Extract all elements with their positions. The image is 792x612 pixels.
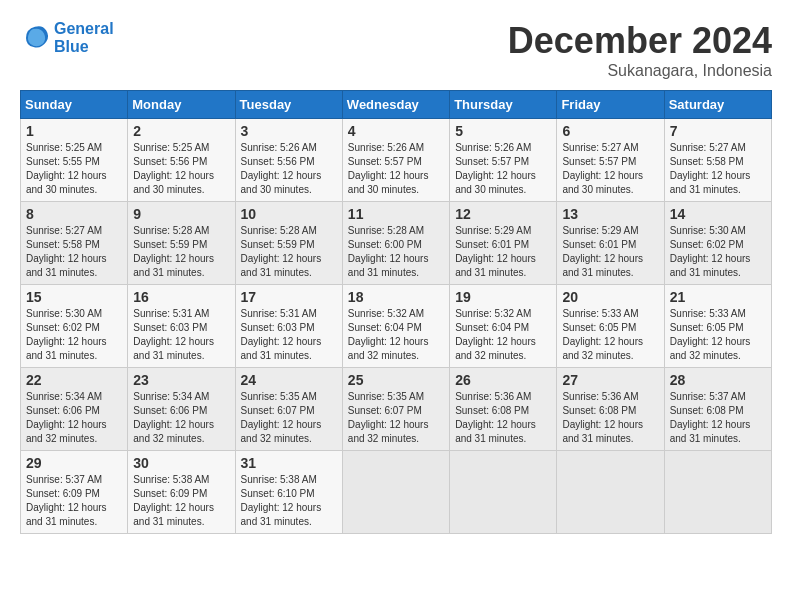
day-info: Sunrise: 5:33 AMSunset: 6:05 PMDaylight:… bbox=[670, 307, 766, 363]
calendar-cell: 24Sunrise: 5:35 AMSunset: 6:07 PMDayligh… bbox=[235, 368, 342, 451]
day-number: 11 bbox=[348, 206, 444, 222]
calendar-cell: 15Sunrise: 5:30 AMSunset: 6:02 PMDayligh… bbox=[21, 285, 128, 368]
calendar-cell: 3Sunrise: 5:26 AMSunset: 5:56 PMDaylight… bbox=[235, 119, 342, 202]
calendar-cell: 7Sunrise: 5:27 AMSunset: 5:58 PMDaylight… bbox=[664, 119, 771, 202]
day-number: 15 bbox=[26, 289, 122, 305]
day-info: Sunrise: 5:38 AMSunset: 6:10 PMDaylight:… bbox=[241, 473, 337, 529]
logo: General Blue bbox=[20, 20, 114, 55]
day-info: Sunrise: 5:38 AMSunset: 6:09 PMDaylight:… bbox=[133, 473, 229, 529]
calendar-cell: 8Sunrise: 5:27 AMSunset: 5:58 PMDaylight… bbox=[21, 202, 128, 285]
calendar-cell bbox=[557, 451, 664, 534]
day-number: 23 bbox=[133, 372, 229, 388]
calendar-cell bbox=[664, 451, 771, 534]
day-info: Sunrise: 5:27 AMSunset: 5:57 PMDaylight:… bbox=[562, 141, 658, 197]
day-number: 30 bbox=[133, 455, 229, 471]
day-number: 31 bbox=[241, 455, 337, 471]
day-number: 17 bbox=[241, 289, 337, 305]
week-row: 1Sunrise: 5:25 AMSunset: 5:55 PMDaylight… bbox=[21, 119, 772, 202]
logo-icon bbox=[20, 23, 50, 53]
day-number: 13 bbox=[562, 206, 658, 222]
week-row: 8Sunrise: 5:27 AMSunset: 5:58 PMDaylight… bbox=[21, 202, 772, 285]
calendar-cell: 9Sunrise: 5:28 AMSunset: 5:59 PMDaylight… bbox=[128, 202, 235, 285]
day-info: Sunrise: 5:29 AMSunset: 6:01 PMDaylight:… bbox=[455, 224, 551, 280]
calendar-cell: 4Sunrise: 5:26 AMSunset: 5:57 PMDaylight… bbox=[342, 119, 449, 202]
month-title: December 2024 bbox=[508, 20, 772, 62]
calendar-cell: 10Sunrise: 5:28 AMSunset: 5:59 PMDayligh… bbox=[235, 202, 342, 285]
day-number: 12 bbox=[455, 206, 551, 222]
calendar-cell: 13Sunrise: 5:29 AMSunset: 6:01 PMDayligh… bbox=[557, 202, 664, 285]
calendar-cell bbox=[450, 451, 557, 534]
calendar-table: SundayMondayTuesdayWednesdayThursdayFrid… bbox=[20, 90, 772, 534]
day-info: Sunrise: 5:33 AMSunset: 6:05 PMDaylight:… bbox=[562, 307, 658, 363]
day-info: Sunrise: 5:34 AMSunset: 6:06 PMDaylight:… bbox=[133, 390, 229, 446]
day-number: 4 bbox=[348, 123, 444, 139]
day-info: Sunrise: 5:37 AMSunset: 6:08 PMDaylight:… bbox=[670, 390, 766, 446]
calendar-cell: 11Sunrise: 5:28 AMSunset: 6:00 PMDayligh… bbox=[342, 202, 449, 285]
day-number: 5 bbox=[455, 123, 551, 139]
day-number: 20 bbox=[562, 289, 658, 305]
day-info: Sunrise: 5:36 AMSunset: 6:08 PMDaylight:… bbox=[455, 390, 551, 446]
col-header-friday: Friday bbox=[557, 91, 664, 119]
col-header-thursday: Thursday bbox=[450, 91, 557, 119]
day-number: 1 bbox=[26, 123, 122, 139]
calendar-cell: 5Sunrise: 5:26 AMSunset: 5:57 PMDaylight… bbox=[450, 119, 557, 202]
col-header-tuesday: Tuesday bbox=[235, 91, 342, 119]
day-info: Sunrise: 5:26 AMSunset: 5:57 PMDaylight:… bbox=[348, 141, 444, 197]
day-info: Sunrise: 5:30 AMSunset: 6:02 PMDaylight:… bbox=[26, 307, 122, 363]
logo-text: General Blue bbox=[54, 20, 114, 55]
calendar-cell: 16Sunrise: 5:31 AMSunset: 6:03 PMDayligh… bbox=[128, 285, 235, 368]
day-info: Sunrise: 5:27 AMSunset: 5:58 PMDaylight:… bbox=[26, 224, 122, 280]
calendar-cell: 20Sunrise: 5:33 AMSunset: 6:05 PMDayligh… bbox=[557, 285, 664, 368]
calendar-cell: 31Sunrise: 5:38 AMSunset: 6:10 PMDayligh… bbox=[235, 451, 342, 534]
calendar-cell: 14Sunrise: 5:30 AMSunset: 6:02 PMDayligh… bbox=[664, 202, 771, 285]
calendar-cell: 18Sunrise: 5:32 AMSunset: 6:04 PMDayligh… bbox=[342, 285, 449, 368]
calendar-cell: 17Sunrise: 5:31 AMSunset: 6:03 PMDayligh… bbox=[235, 285, 342, 368]
calendar-cell: 21Sunrise: 5:33 AMSunset: 6:05 PMDayligh… bbox=[664, 285, 771, 368]
day-info: Sunrise: 5:29 AMSunset: 6:01 PMDaylight:… bbox=[562, 224, 658, 280]
week-row: 29Sunrise: 5:37 AMSunset: 6:09 PMDayligh… bbox=[21, 451, 772, 534]
location-subtitle: Sukanagara, Indonesia bbox=[508, 62, 772, 80]
day-number: 7 bbox=[670, 123, 766, 139]
day-number: 28 bbox=[670, 372, 766, 388]
day-number: 18 bbox=[348, 289, 444, 305]
day-info: Sunrise: 5:34 AMSunset: 6:06 PMDaylight:… bbox=[26, 390, 122, 446]
col-header-saturday: Saturday bbox=[664, 91, 771, 119]
day-number: 27 bbox=[562, 372, 658, 388]
day-info: Sunrise: 5:26 AMSunset: 5:57 PMDaylight:… bbox=[455, 141, 551, 197]
calendar-cell: 25Sunrise: 5:35 AMSunset: 6:07 PMDayligh… bbox=[342, 368, 449, 451]
day-number: 19 bbox=[455, 289, 551, 305]
day-info: Sunrise: 5:28 AMSunset: 5:59 PMDaylight:… bbox=[241, 224, 337, 280]
day-info: Sunrise: 5:30 AMSunset: 6:02 PMDaylight:… bbox=[670, 224, 766, 280]
day-number: 9 bbox=[133, 206, 229, 222]
day-number: 14 bbox=[670, 206, 766, 222]
calendar-cell: 23Sunrise: 5:34 AMSunset: 6:06 PMDayligh… bbox=[128, 368, 235, 451]
col-header-sunday: Sunday bbox=[21, 91, 128, 119]
calendar-cell: 19Sunrise: 5:32 AMSunset: 6:04 PMDayligh… bbox=[450, 285, 557, 368]
day-number: 6 bbox=[562, 123, 658, 139]
day-number: 16 bbox=[133, 289, 229, 305]
day-info: Sunrise: 5:28 AMSunset: 5:59 PMDaylight:… bbox=[133, 224, 229, 280]
day-number: 10 bbox=[241, 206, 337, 222]
day-info: Sunrise: 5:32 AMSunset: 6:04 PMDaylight:… bbox=[348, 307, 444, 363]
day-info: Sunrise: 5:27 AMSunset: 5:58 PMDaylight:… bbox=[670, 141, 766, 197]
day-number: 8 bbox=[26, 206, 122, 222]
day-number: 22 bbox=[26, 372, 122, 388]
week-row: 22Sunrise: 5:34 AMSunset: 6:06 PMDayligh… bbox=[21, 368, 772, 451]
day-number: 2 bbox=[133, 123, 229, 139]
day-info: Sunrise: 5:35 AMSunset: 6:07 PMDaylight:… bbox=[348, 390, 444, 446]
day-number: 26 bbox=[455, 372, 551, 388]
col-header-wednesday: Wednesday bbox=[342, 91, 449, 119]
day-number: 3 bbox=[241, 123, 337, 139]
calendar-cell: 26Sunrise: 5:36 AMSunset: 6:08 PMDayligh… bbox=[450, 368, 557, 451]
day-info: Sunrise: 5:26 AMSunset: 5:56 PMDaylight:… bbox=[241, 141, 337, 197]
calendar-cell: 30Sunrise: 5:38 AMSunset: 6:09 PMDayligh… bbox=[128, 451, 235, 534]
header-row: SundayMondayTuesdayWednesdayThursdayFrid… bbox=[21, 91, 772, 119]
calendar-cell: 27Sunrise: 5:36 AMSunset: 6:08 PMDayligh… bbox=[557, 368, 664, 451]
calendar-cell: 22Sunrise: 5:34 AMSunset: 6:06 PMDayligh… bbox=[21, 368, 128, 451]
week-row: 15Sunrise: 5:30 AMSunset: 6:02 PMDayligh… bbox=[21, 285, 772, 368]
day-info: Sunrise: 5:31 AMSunset: 6:03 PMDaylight:… bbox=[133, 307, 229, 363]
col-header-monday: Monday bbox=[128, 91, 235, 119]
day-info: Sunrise: 5:32 AMSunset: 6:04 PMDaylight:… bbox=[455, 307, 551, 363]
day-number: 29 bbox=[26, 455, 122, 471]
page-header: General Blue December 2024 Sukanagara, I… bbox=[20, 20, 772, 80]
